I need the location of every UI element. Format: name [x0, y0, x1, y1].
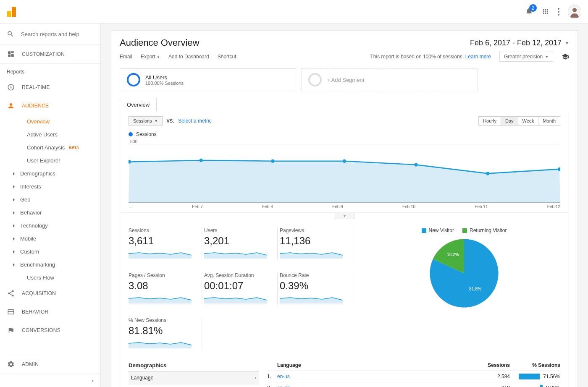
sidebar-collapse-button[interactable]: ‹: [0, 374, 100, 387]
sidebar-item-demographics[interactable]: Demographics: [20, 167, 100, 180]
chart-expand-handle[interactable]: ▾: [120, 212, 569, 219]
period-month[interactable]: Month: [538, 116, 560, 126]
nav-label: ADMIN: [22, 361, 39, 367]
sparkline: [280, 248, 343, 259]
svg-point-17: [486, 172, 489, 175]
sessions-line-chart: 400800: [129, 140, 560, 203]
date-range-picker[interactable]: Feb 6, 2017 - Feb 12, 2017 ▼: [470, 39, 569, 47]
metric-avg-session-duration[interactable]: Avg. Session Duration00:01:07: [204, 272, 276, 305]
period-hourly[interactable]: Hourly: [478, 116, 501, 126]
demographics-item-country[interactable]: Country›: [129, 384, 259, 387]
metric-value: 11,136: [280, 235, 351, 247]
sidebar-item-interests[interactable]: Interests: [20, 180, 100, 193]
language-link[interactable]: en-gb: [277, 385, 476, 387]
metric-bounce-rate[interactable]: Bounce Rate0.39%: [280, 272, 351, 305]
language-column-header: Language: [277, 362, 476, 368]
language-row[interactable]: 1.en-us2,58471.56%: [267, 371, 560, 382]
sidebar-item-mobile[interactable]: Mobile: [20, 232, 100, 245]
more-menu-icon[interactable]: [558, 8, 559, 16]
sidebar-item-label: User Explorer: [27, 157, 60, 164]
precision-dropdown[interactable]: Greater precision▼: [499, 52, 553, 62]
notifications-button[interactable]: 2: [525, 7, 533, 16]
education-icon[interactable]: [562, 53, 569, 60]
add-segment-label: + Add Segment: [327, 77, 364, 83]
sidebar-item-geo[interactable]: Geo: [20, 193, 100, 206]
sidebar-item-label: Geo: [20, 196, 31, 203]
metric-selector[interactable]: Sessions▼: [129, 116, 163, 126]
add-segment-button[interactable]: + Add Segment: [301, 68, 478, 91]
svg-point-16: [415, 163, 418, 167]
period-day[interactable]: Day: [501, 116, 518, 126]
metric-label: Pageviews: [280, 227, 351, 233]
metric-label: Sessions: [129, 227, 200, 233]
segment-circle-icon: [127, 73, 140, 86]
svg-point-15: [343, 159, 346, 163]
sessions-column-header: Sessions: [476, 362, 510, 368]
metric-users[interactable]: Users3,201: [204, 227, 276, 260]
tab-overview[interactable]: Overview: [120, 98, 157, 111]
svg-point-13: [200, 159, 203, 162]
sidebar-item-benchmarking[interactable]: Benchmarking: [20, 258, 100, 271]
metric--new-sessions[interactable]: % New Sessions81.81%: [129, 317, 200, 350]
segment-circle-icon: [308, 73, 322, 86]
metric-label: % New Sessions: [129, 317, 200, 323]
sparkline: [280, 293, 343, 303]
svg-marker-26: [129, 343, 192, 348]
language-row[interactable]: 2.en-gb3198.83%: [267, 382, 560, 387]
svg-point-1: [558, 11, 559, 13]
sidebar-item-technology[interactable]: Technology: [20, 219, 100, 232]
sidebar-item-overview[interactable]: Overview: [20, 115, 100, 128]
gear-icon: [7, 360, 15, 369]
metric-value: 81.81%: [129, 325, 200, 337]
email-button[interactable]: Email: [120, 54, 132, 60]
nav-behavior[interactable]: BEHAVIOR: [0, 303, 100, 321]
svg-text:800: 800: [130, 140, 137, 144]
metric-pageviews[interactable]: Pageviews11,136: [280, 227, 351, 260]
add-to-dashboard-button[interactable]: Add to Dashboard: [168, 54, 209, 60]
sidebar-item-users-flow[interactable]: Users Flow: [20, 271, 100, 284]
chevron-down-icon: ▼: [565, 41, 569, 45]
legend-new-visitor: New Visitor: [422, 227, 454, 233]
nav-conversions[interactable]: CONVERSIONS: [0, 321, 100, 340]
svg-rect-6: [8, 311, 14, 312]
sidebar-item-behavior[interactable]: Behavior: [20, 206, 100, 219]
learn-more-link[interactable]: Learn more: [465, 54, 491, 60]
sidebar-item-label: Overview: [27, 118, 50, 125]
sidebar-item-user-explorer[interactable]: User Explorer: [20, 154, 100, 167]
search-input[interactable]: [21, 31, 94, 37]
user-avatar[interactable]: [568, 5, 581, 18]
vs-label: VS.: [167, 118, 174, 123]
svg-marker-25: [280, 298, 343, 303]
main-content: Audience Overview Feb 6, 2017 - Feb 12, …: [101, 24, 588, 387]
nav-label: REAL-TIME: [22, 84, 50, 90]
apps-icon[interactable]: [542, 8, 549, 16]
svg-text:18.2%: 18.2%: [447, 252, 459, 257]
export-button[interactable]: Export ▼: [141, 54, 160, 60]
demographics-item-language[interactable]: Language›: [129, 371, 259, 384]
sidebar-item-label: Benchmarking: [20, 261, 55, 268]
nav-audience[interactable]: AUDIENCE: [0, 97, 100, 115]
share-icon: [7, 289, 15, 298]
sparkline: [204, 293, 267, 303]
sparkline: [204, 248, 267, 259]
date-range-label: Feb 6, 2017 - Feb 12, 2017: [470, 39, 562, 47]
segment-all-users[interactable]: All Users 100.00% Sessions: [120, 68, 296, 91]
sidebar-item-label: Mobile: [20, 235, 36, 242]
sidebar-item-active-users[interactable]: Active Users: [20, 128, 100, 141]
flag-icon: [7, 326, 15, 335]
period-week[interactable]: Week: [518, 116, 539, 126]
sidebar-item-custom[interactable]: Custom: [20, 245, 100, 258]
metric-sessions[interactable]: Sessions3,611: [129, 227, 200, 260]
metric-value: 00:01:07: [204, 280, 276, 292]
nav-acquisition[interactable]: ACQUISITION: [0, 284, 100, 303]
metric-pages-session[interactable]: Pages / Session3.08: [129, 272, 200, 305]
shortcut-button[interactable]: Shortcut: [218, 54, 236, 60]
nav-realtime[interactable]: REAL-TIME: [0, 78, 100, 97]
demographics-header: Demographics: [129, 362, 259, 371]
nav-admin[interactable]: ADMIN: [0, 355, 100, 374]
select-metric-link[interactable]: Select a metric: [178, 118, 211, 124]
sidebar-item-cohort-analysis[interactable]: Cohort AnalysisBETA: [20, 141, 100, 154]
visitor-pie-chart: 81.8%18.2%: [428, 238, 500, 309]
nav-customization[interactable]: CUSTOMIZATION: [0, 45, 100, 63]
language-link[interactable]: en-us: [277, 374, 476, 379]
